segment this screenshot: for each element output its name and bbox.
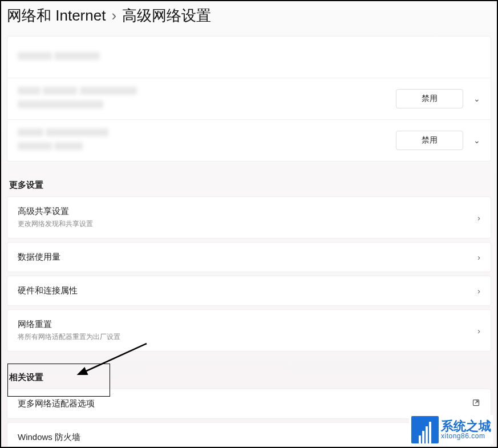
- adapter-info: [18, 45, 412, 70]
- card-title: 数据使用量: [18, 252, 477, 263]
- card-title: 更多网络适配器选项: [18, 398, 472, 409]
- chevron-down-icon[interactable]: ⌄: [473, 94, 480, 103]
- chevron-right-icon: ›: [477, 286, 480, 296]
- settings-item-data-usage[interactable]: 数据使用量 ›: [7, 242, 491, 272]
- breadcrumb: 网络和 Internet › 高级网络设置: [1, 1, 497, 36]
- adapter-info: [18, 128, 396, 153]
- settings-item-advanced-sharing[interactable]: 高级共享设置 更改网络发现和共享设置 ›: [7, 196, 491, 239]
- chevron-down-icon[interactable]: ⌄: [473, 136, 480, 145]
- watermark: 系统之城 xitong86.com: [409, 415, 493, 445]
- chevron-right-icon: ›: [477, 213, 480, 223]
- chevron-right-icon: ›: [477, 252, 480, 262]
- card-subtitle: 更改网络发现和共享设置: [18, 219, 477, 229]
- disable-button[interactable]: 禁用: [396, 131, 463, 150]
- card-subtitle: 将所有网络适配器重置为出厂设置: [18, 332, 477, 342]
- watermark-title: 系统之城: [441, 420, 491, 433]
- watermark-sub: xitong86.com: [441, 433, 491, 439]
- card-title: 网络重置: [18, 319, 477, 330]
- chevron-right-icon: ›: [477, 326, 480, 336]
- section-heading-related: 相关设置: [1, 366, 497, 389]
- settings-item-network-reset[interactable]: 网络重置 将所有网络适配器重置为出厂设置 ›: [7, 309, 491, 352]
- card-title: 硬件和连接属性: [18, 285, 477, 296]
- adapter-row[interactable]: ⌄: [7, 37, 491, 78]
- adapter-row[interactable]: 禁用 ⌄: [7, 120, 491, 161]
- network-adapters-list: ⌄ 禁用 ⌄ 禁用 ⌄: [7, 36, 491, 162]
- watermark-logo-icon: [411, 416, 439, 443]
- settings-item-hardware-properties[interactable]: 硬件和连接属性 ›: [7, 276, 491, 306]
- disable-button[interactable]: 禁用: [396, 89, 463, 108]
- breadcrumb-parent[interactable]: 网络和 Internet: [7, 6, 106, 26]
- card-title: 高级共享设置: [18, 206, 477, 217]
- chevron-right-icon: ›: [111, 7, 116, 25]
- external-link-icon: [472, 398, 480, 409]
- breadcrumb-current: 高级网络设置: [122, 6, 211, 26]
- section-heading-more: 更多设置: [1, 174, 497, 196]
- more-settings-list: 高级共享设置 更改网络发现和共享设置 › 数据使用量 › 硬件和连接属性 › 网…: [7, 196, 491, 352]
- adapter-info: [18, 86, 396, 111]
- adapter-row[interactable]: 禁用 ⌄: [7, 78, 491, 120]
